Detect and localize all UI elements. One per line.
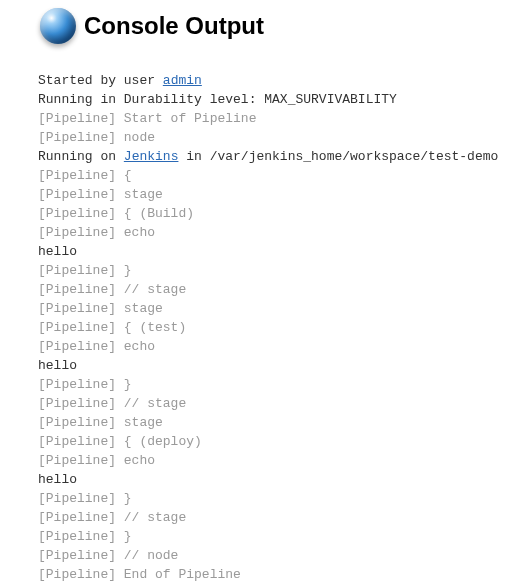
console-line: [Pipeline] { (deploy) (38, 432, 530, 451)
console-text: hello (38, 358, 77, 373)
console-line: [Pipeline] } (38, 375, 530, 394)
console-text: hello (38, 472, 77, 487)
console-text: [Pipeline] } (38, 491, 132, 506)
console-text: [Pipeline] { (test) (38, 320, 186, 335)
console-text: [Pipeline] // stage (38, 282, 186, 297)
console-link[interactable]: admin (163, 73, 202, 88)
console-text: [Pipeline] End of Pipeline (38, 567, 241, 582)
console-line: [Pipeline] // stage (38, 508, 530, 527)
console-line: [Pipeline] // stage (38, 394, 530, 413)
console-text: [Pipeline] node (38, 130, 155, 145)
console-text: [Pipeline] Start of Pipeline (38, 111, 256, 126)
console-orb-icon (40, 8, 76, 44)
console-line: [Pipeline] echo (38, 223, 530, 242)
console-line: hello (38, 242, 530, 261)
console-text: [Pipeline] // stage (38, 396, 186, 411)
console-text: [Pipeline] echo (38, 453, 155, 468)
console-text: [Pipeline] { (38, 168, 132, 183)
console-line: Running on Jenkins in /var/jenkins_home/… (38, 147, 530, 166)
console-text: hello (38, 244, 77, 259)
console-text: Started by user (38, 73, 163, 88)
console-text: [Pipeline] echo (38, 225, 155, 240)
console-line: [Pipeline] node (38, 128, 530, 147)
console-output: Started by user adminRunning in Durabili… (0, 63, 530, 583)
console-line: hello (38, 470, 530, 489)
console-line: [Pipeline] // stage (38, 280, 530, 299)
console-text: [Pipeline] echo (38, 339, 155, 354)
console-text: [Pipeline] // stage (38, 510, 186, 525)
console-line: [Pipeline] Start of Pipeline (38, 109, 530, 128)
console-text: [Pipeline] } (38, 377, 132, 392)
console-text: [Pipeline] stage (38, 415, 163, 430)
console-line: [Pipeline] echo (38, 451, 530, 470)
console-text: [Pipeline] stage (38, 301, 163, 316)
console-line: [Pipeline] { (Build) (38, 204, 530, 223)
console-text: in /var/jenkins_home/workspace/test-demo (178, 149, 498, 164)
console-text: [Pipeline] } (38, 263, 132, 278)
console-text: [Pipeline] { (Build) (38, 206, 194, 221)
console-line: [Pipeline] } (38, 527, 530, 546)
console-line: Started by user admin (38, 71, 530, 90)
console-line: [Pipeline] stage (38, 185, 530, 204)
console-line: [Pipeline] { (38, 166, 530, 185)
console-text: [Pipeline] { (deploy) (38, 434, 202, 449)
console-line: [Pipeline] End of Pipeline (38, 565, 530, 583)
console-text: [Pipeline] // node (38, 548, 178, 563)
console-text: Running on (38, 149, 124, 164)
console-line: [Pipeline] // node (38, 546, 530, 565)
console-text: [Pipeline] } (38, 529, 132, 544)
console-line: [Pipeline] stage (38, 299, 530, 318)
console-line: hello (38, 356, 530, 375)
console-line: [Pipeline] } (38, 489, 530, 508)
console-line: [Pipeline] { (test) (38, 318, 530, 337)
page-header: Console Output (0, 0, 530, 50)
console-line: [Pipeline] stage (38, 413, 530, 432)
page-title: Console Output (84, 12, 264, 40)
console-text: [Pipeline] stage (38, 187, 163, 202)
console-text: Running in Durability level: MAX_SURVIVA… (38, 92, 397, 107)
console-line: [Pipeline] } (38, 261, 530, 280)
console-link[interactable]: Jenkins (124, 149, 179, 164)
console-line: Running in Durability level: MAX_SURVIVA… (38, 90, 530, 109)
console-line: [Pipeline] echo (38, 337, 530, 356)
